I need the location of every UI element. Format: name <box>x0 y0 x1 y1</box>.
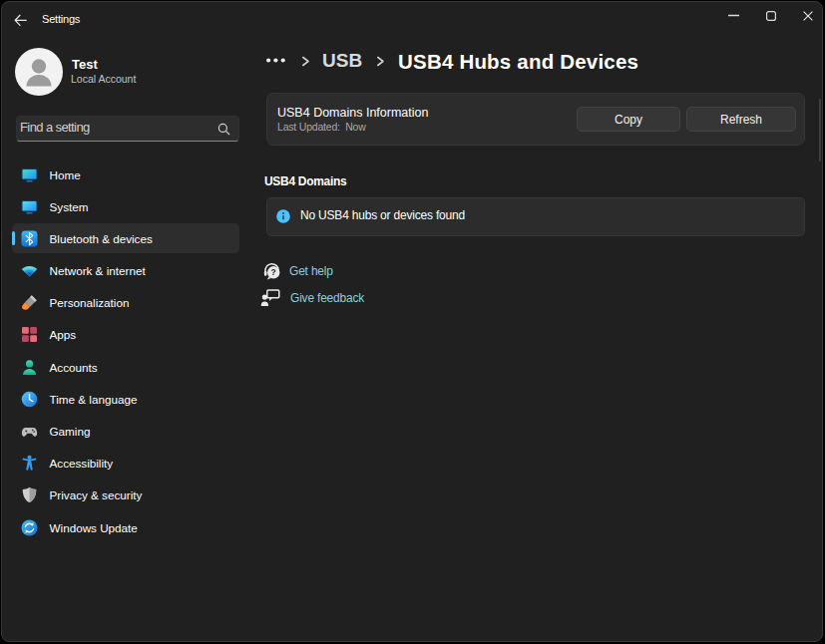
svg-text:?: ? <box>271 267 276 277</box>
